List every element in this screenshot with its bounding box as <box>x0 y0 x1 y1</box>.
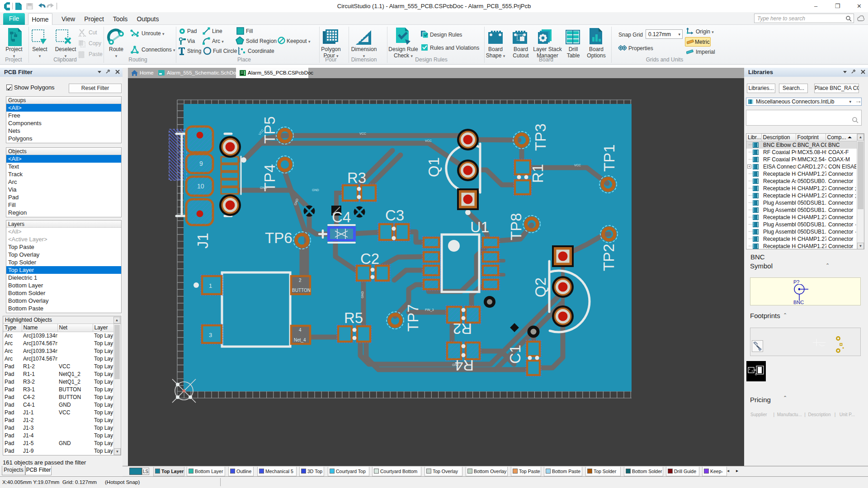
svg-text:TP5: TP5 <box>261 116 278 144</box>
svg-text:VCC: VCC <box>574 164 581 167</box>
svg-text:U1: U1 <box>470 219 489 235</box>
svg-text:BUTTON: BUTTON <box>292 288 311 293</box>
svg-text:VCC: VCC <box>425 139 432 142</box>
svg-text:C1: C1 <box>507 345 524 364</box>
svg-text:9: 9 <box>199 160 203 167</box>
svg-text:Q1: Q1 <box>425 157 442 177</box>
svg-text:J1: J1 <box>194 233 211 249</box>
svg-text:Q2: Q2 <box>532 277 549 297</box>
svg-text:TP3: TP3 <box>532 123 549 151</box>
svg-text:C2: C2 <box>360 250 379 267</box>
svg-text:4: 4 <box>299 328 302 333</box>
svg-text:10: 10 <box>197 183 204 190</box>
svg-text:C4: C4 <box>332 209 351 225</box>
svg-text:TP8: TP8 <box>508 213 524 240</box>
svg-text:3: 3 <box>209 332 212 338</box>
svg-text:TP1: TP1 <box>601 144 618 172</box>
svg-text:1: 1 <box>209 282 212 289</box>
svg-text:R1: R1 <box>529 164 546 183</box>
svg-text:TP6: TP6 <box>265 230 292 246</box>
svg-text:R2: R2 <box>453 320 472 337</box>
svg-text:GND: GND <box>260 186 267 189</box>
svg-text:R3: R3 <box>347 169 366 186</box>
svg-text:VCC: VCC <box>359 132 366 135</box>
svg-text:TP7: TP7 <box>405 304 421 332</box>
svg-text:2: 2 <box>299 278 302 283</box>
svg-text:Net_4: Net_4 <box>294 338 306 343</box>
svg-text:GND: GND <box>452 363 459 366</box>
svg-text:PIN_3: PIN_3 <box>425 308 434 312</box>
svg-text:GND: GND <box>361 291 364 298</box>
svg-text:TP2: TP2 <box>600 244 617 271</box>
svg-text:R5: R5 <box>344 310 363 326</box>
svg-text:C3: C3 <box>385 207 404 224</box>
svg-text:GND: GND <box>312 188 319 192</box>
